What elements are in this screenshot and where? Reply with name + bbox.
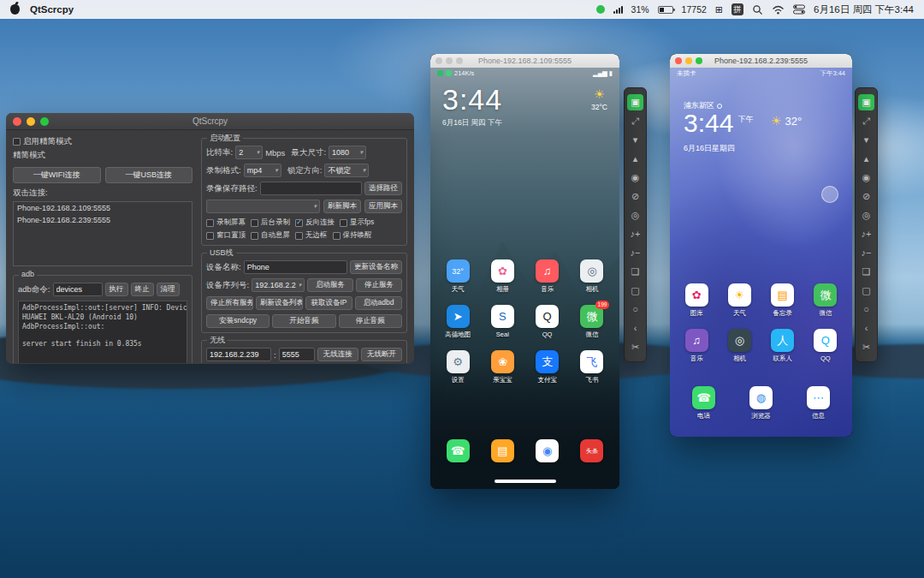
dock-app-icon[interactable]: ◉ — [527, 439, 568, 462]
checkbox-keep-awake[interactable]: 保持唤醒 — [333, 230, 372, 241]
home-indicator[interactable] — [495, 480, 556, 483]
phone1-screen[interactable]: 214K/s ▂▄▆ ▮ 3:44 6月16日 周四 下午 ☀ 32°C 32° — [430, 68, 619, 489]
terminate-button[interactable]: 终止 — [131, 283, 154, 296]
checkbox-record-screen[interactable]: 录制屏幕 — [206, 217, 246, 228]
back-button[interactable]: ‹ — [627, 320, 643, 337]
screenshot-tool-icon[interactable]: ⊞ — [715, 4, 723, 15]
one-key-wifi-connect-button[interactable]: 一键WIFI连接 — [13, 167, 101, 183]
collapse-notification-button[interactable]: ▴ — [627, 151, 643, 167]
record-format-select[interactable]: mp4▾ — [244, 164, 281, 177]
expand-notification-button[interactable]: ▾ — [627, 132, 643, 148]
adb-log-output[interactable]: AdbProcessImpl::out:[server] INFO: Devic… — [18, 301, 187, 363]
dock-app-icon[interactable]: 头条 — [572, 439, 613, 462]
app-icon[interactable]: 32° 天气 — [437, 259, 478, 294]
app-icon[interactable]: ◎ 相机 — [720, 329, 759, 363]
start-audio-button[interactable]: 开始音频 — [272, 314, 335, 328]
dock-app-icon[interactable]: ☎ 电话 — [677, 386, 731, 420]
lite-mode-checkbox[interactable]: 启用精简模式 — [13, 136, 72, 147]
collapse-notification-button[interactable]: ▴ — [858, 151, 874, 167]
back-button[interactable]: ‹ — [858, 320, 874, 337]
app-icon[interactable]: ➤ 高德地图 — [437, 305, 478, 339]
dock-app-icon[interactable]: ⋯ 信息 — [791, 386, 845, 420]
choose-path-button[interactable]: 选择路径 — [364, 182, 402, 195]
record-path-input[interactable] — [260, 182, 362, 195]
app-icon[interactable]: ☀ 天气 — [720, 283, 759, 318]
phone1-weather-widget[interactable]: ☀ 32°C — [591, 88, 607, 111]
dock-app-icon[interactable]: ☎ — [437, 439, 478, 462]
run-button[interactable]: 执行 — [105, 283, 128, 296]
screen-on-button[interactable]: ◉ — [627, 170, 643, 186]
menubar-clock[interactable]: 6月16日 周四 下午3:44 — [814, 3, 914, 16]
app-icon[interactable]: ♫ 音乐 — [527, 259, 568, 294]
app-icon[interactable]: 支 支付宝 — [527, 350, 568, 384]
phone1-clock-widget[interactable]: 3:44 6月16日 周四 下午 — [442, 85, 502, 128]
screenshot-button[interactable]: ❏ — [858, 264, 874, 280]
dock-app-icon[interactable]: ▤ — [482, 439, 523, 462]
menubar-app-name[interactable]: QtScrcpy — [30, 4, 74, 15]
app-icon[interactable]: S Seal — [482, 305, 523, 339]
app-icon[interactable]: ⚙ 设置 — [437, 350, 478, 384]
device-list[interactable]: Phone-192.168.2.109:5555Phone-192.168.2.… — [13, 201, 192, 266]
volume-up-button[interactable]: ♪+ — [627, 226, 643, 242]
install-sndcpy-button[interactable]: 安装sndcpy — [206, 314, 270, 328]
serial-select[interactable]: 192.168.2.2▾ — [252, 278, 305, 292]
screen-clip-button[interactable]: ✂ — [627, 339, 643, 355]
checkbox-auto-screen-off[interactable]: 自动息屏 — [251, 230, 290, 241]
start-adbd-button[interactable]: 启动adbd — [355, 296, 402, 310]
status-green-dot-icon[interactable] — [596, 5, 605, 14]
volume-down-button[interactable]: ♪− — [627, 245, 643, 261]
app-icon[interactable]: 人 联系人 — [763, 329, 803, 363]
app-icon[interactable]: 微 微信 — [806, 283, 845, 318]
update-device-name-button[interactable]: 更新设备名称 — [350, 260, 402, 274]
checkbox-frameless[interactable]: 无边框 — [295, 230, 328, 241]
bitrate-select[interactable]: 2▾ — [235, 146, 263, 159]
get-device-ip-button[interactable]: 获取设备IP — [305, 296, 352, 310]
phone2-clock-widget[interactable]: 3:44 下午 — [684, 110, 753, 136]
wifi-icon[interactable] — [772, 5, 785, 15]
checkbox-show-fps[interactable]: 显示fps — [340, 217, 374, 228]
app-icon[interactable]: ✿ 图库 — [677, 283, 716, 318]
wireless-connect-button[interactable]: 无线连接 — [317, 348, 358, 361]
clear-button[interactable]: 清理 — [157, 283, 180, 296]
stop-all-services-button[interactable]: 停止所有服务 — [206, 296, 253, 310]
device-name-input[interactable] — [244, 260, 347, 274]
cellular-signal-icon[interactable] — [613, 6, 623, 14]
checkbox-background-record[interactable]: 后台录制 — [251, 217, 290, 228]
max-size-select[interactable]: 1080▾ — [329, 146, 366, 159]
refresh-script-button[interactable]: 刷新脚本 — [323, 200, 361, 213]
power-button[interactable]: ◎ — [627, 207, 643, 223]
refresh-device-list-button[interactable]: 刷新设备列表 — [256, 296, 303, 310]
qtscrcpy-titlebar[interactable]: QtScrcpy — [6, 113, 414, 130]
adb-command-input[interactable] — [53, 283, 103, 296]
control-center-icon[interactable] — [793, 4, 805, 15]
wireless-ip-input[interactable] — [206, 348, 271, 361]
home-button[interactable]: ○ — [858, 301, 874, 318]
screen-off-button[interactable]: ⊘ — [858, 188, 874, 205]
wireless-disconnect-button[interactable]: 无线断开 — [361, 348, 402, 361]
app-icon[interactable]: 微 199 微信 — [572, 305, 613, 339]
screenshot-button[interactable]: ❏ — [627, 264, 643, 280]
phone1-titlebar[interactable]: Phone-192.168.2.109:5555 — [430, 54, 619, 68]
phone2-weather-widget[interactable]: ☀ 32° — [771, 114, 802, 128]
wireless-port-input[interactable] — [279, 348, 315, 361]
screen-wake-button[interactable]: ▣ — [627, 94, 643, 110]
app-icon[interactable]: ❀ 亲宝宝 — [482, 350, 523, 384]
screen-wake-button[interactable]: ▣ — [858, 94, 874, 110]
app-icon[interactable]: ✿ 相册 — [482, 259, 523, 294]
battery-icon[interactable] — [658, 6, 673, 14]
screen-on-button[interactable]: ◉ — [858, 170, 874, 186]
lite-mode-checkbox-box[interactable] — [13, 138, 21, 146]
dock-app-icon[interactable]: ◍ 浏览器 — [734, 386, 788, 420]
stop-audio-button[interactable]: 停止音频 — [339, 314, 402, 328]
phone2-titlebar[interactable]: Phone-192.168.2.239:5555 — [670, 54, 852, 68]
app-icon[interactable]: 飞 飞书 — [572, 350, 613, 384]
volume-up-button[interactable]: ♪+ — [858, 226, 874, 242]
app-switch-button[interactable]: ▢ — [858, 283, 874, 299]
floating-nav-ball[interactable] — [821, 186, 838, 203]
power-button[interactable]: ◎ — [858, 207, 874, 223]
app-icon[interactable]: ◎ 相机 — [572, 259, 613, 294]
search-icon[interactable] — [752, 4, 763, 15]
device-list-item[interactable]: Phone-192.168.2.239:5555 — [14, 214, 192, 226]
home-button[interactable]: ○ — [627, 301, 643, 318]
screen-clip-button[interactable]: ✂ — [858, 339, 874, 355]
